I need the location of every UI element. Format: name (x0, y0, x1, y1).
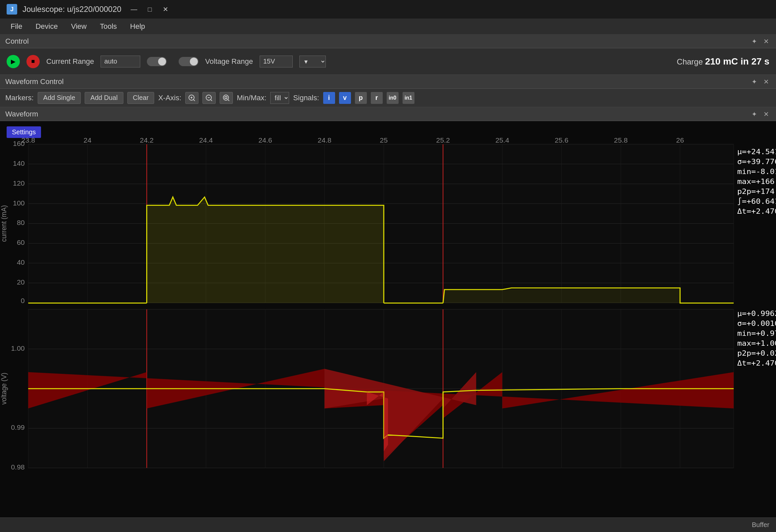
current-range-toggle[interactable] (147, 57, 167, 66)
menu-view[interactable]: View (64, 20, 93, 33)
svg-text:μ=+24.5413 mA: μ=+24.5413 mA (737, 148, 776, 156)
svg-text:μ=+0.99627 V: μ=+0.99627 V (737, 309, 776, 318)
window-title: Joulescope: u/js220/000020 (22, 5, 122, 14)
menu-help[interactable]: Help (124, 20, 152, 33)
waveform-control-pin-button[interactable]: ✦ (750, 77, 759, 86)
signal-v-button[interactable]: v (339, 92, 351, 104)
waveform-panel-controls: ✦ ✕ (750, 110, 771, 119)
chart-svg: 23.8 24 24.2 24.4 24.6 24.8 25 25.2 25.4… (0, 121, 776, 517)
svg-text:25.2: 25.2 (436, 137, 450, 144)
waveform-area[interactable]: Settings Time (seconds) (0, 121, 776, 517)
svg-text:1.00: 1.00 (11, 344, 24, 352)
svg-text:0.98: 0.98 (11, 464, 24, 471)
svg-marker-83 (443, 288, 680, 303)
svg-text:0: 0 (21, 297, 25, 304)
titlebar: J Joulescope: u/js220/000020 — □ ✕ (0, 0, 776, 18)
settings-button[interactable]: Settings (7, 126, 41, 138)
svg-text:25: 25 (380, 137, 388, 144)
svg-text:25.6: 25.6 (555, 137, 568, 144)
signal-in1-button[interactable]: in1 (403, 92, 414, 104)
svg-text:Δt=+2.47098 s: Δt=+2.47098 s (737, 207, 776, 215)
svg-text:25.4: 25.4 (496, 137, 509, 144)
zoom-out-button[interactable] (202, 92, 216, 104)
voltage-range-input[interactable] (260, 55, 293, 67)
waveform-close-button[interactable]: ✕ (761, 110, 771, 119)
svg-text:0.99: 0.99 (11, 424, 24, 431)
signals-label: Signals: (293, 94, 319, 102)
xaxis-label: X-Axis: (158, 94, 181, 102)
menu-device[interactable]: Device (29, 20, 64, 33)
svg-text:σ=+0.00100 V: σ=+0.00100 V (737, 319, 776, 328)
signal-in0-button[interactable]: in0 (387, 92, 399, 104)
svg-text:40: 40 (17, 259, 25, 266)
play-button[interactable]: ▶ (7, 55, 20, 68)
charge-value: 210 mC in 27 s (705, 56, 769, 66)
control-title: Control (5, 37, 29, 46)
buffer-label: Buffer (752, 521, 769, 529)
window-controls: — □ ✕ (127, 4, 173, 15)
svg-text:∫=+60.6413 mC: ∫=+60.6413 mC (737, 197, 776, 205)
waveform-control-panel-controls: ✦ ✕ (750, 77, 771, 86)
waveform-pin-button[interactable]: ✦ (750, 110, 759, 119)
charge-label: Charge (677, 57, 703, 66)
control-close-button[interactable]: ✕ (761, 37, 771, 46)
close-button[interactable]: ✕ (159, 4, 173, 15)
svg-text:voltage (V): voltage (V) (0, 372, 8, 404)
menubar: File Device View Tools Help (0, 18, 776, 34)
app-icon: J (7, 4, 17, 15)
svg-text:p2p=+174.061 mA: p2p=+174.061 mA (737, 187, 776, 195)
svg-text:160: 160 (13, 140, 25, 147)
current-range-input[interactable] (101, 55, 140, 67)
statusbar: Buffer (0, 517, 776, 532)
svg-text:140: 140 (13, 160, 25, 167)
add-dual-button[interactable]: Add Dual (85, 92, 123, 104)
svg-text:σ=+39.7762 mA: σ=+39.7762 mA (737, 157, 776, 165)
charge-display: Charge 210 mC in 27 s (677, 56, 769, 67)
control-panel-controls: ✦ ✕ (750, 37, 771, 46)
maximize-button[interactable]: □ (143, 4, 157, 15)
svg-text:24.2: 24.2 (140, 137, 154, 144)
minimize-button[interactable]: — (127, 4, 141, 15)
svg-text:max=+166.048 mA: max=+166.048 mA (737, 177, 776, 185)
waveform-titlebar: Waveform ✦ ✕ (0, 107, 776, 121)
markers-label: Markers: (5, 94, 34, 102)
current-range-label: Current Range (46, 57, 94, 66)
svg-point-7 (223, 95, 229, 100)
control-row: ▶ ⏸ ■ Current Range Voltage Range ▾ Char… (0, 48, 776, 75)
zoom-in-button[interactable] (185, 92, 198, 104)
menu-file[interactable]: File (4, 20, 29, 33)
svg-line-5 (211, 99, 212, 101)
waveform-control-bar: Markers: Add Single Add Dual Clear X-Axi… (0, 89, 776, 107)
signal-p-button[interactable]: p (355, 92, 367, 104)
waveform-title: Waveform (5, 110, 38, 119)
voltage-range-select[interactable]: ▾ (300, 55, 326, 67)
svg-text:min=-8.01266 mA: min=-8.01266 mA (737, 167, 776, 175)
add-single-button[interactable]: Add Single (38, 92, 81, 104)
waveform-control-close-button[interactable]: ✕ (761, 77, 771, 86)
signal-i-button[interactable]: i (323, 92, 335, 104)
control-titlebar: Control ✦ ✕ (0, 34, 776, 48)
voltage-range-label: Voltage Range (205, 57, 253, 66)
svg-text:24.6: 24.6 (258, 137, 272, 144)
control-pin-button[interactable]: ✦ (750, 37, 759, 46)
clear-button[interactable]: Clear (127, 92, 155, 104)
svg-text:120: 120 (13, 179, 25, 187)
menu-tools[interactable]: Tools (93, 20, 124, 33)
svg-text:24.4: 24.4 (199, 137, 213, 144)
svg-text:20: 20 (17, 279, 25, 286)
svg-line-1 (194, 99, 195, 101)
signal-r-button[interactable]: r (371, 92, 383, 104)
svg-text:80: 80 (17, 219, 25, 226)
svg-text:100: 100 (13, 199, 25, 206)
stop-button[interactable]: ■ (26, 55, 40, 68)
minmax-label: Min/Max: (237, 94, 266, 102)
minmax-select[interactable]: fill (270, 92, 289, 104)
waveform-control-title: Waveform Control (5, 77, 63, 86)
svg-text:26: 26 (676, 137, 684, 144)
svg-line-8 (228, 99, 229, 101)
zoom-fit-button[interactable] (220, 92, 233, 104)
svg-text:Δt=+2.47098 s: Δt=+2.47098 s (737, 359, 776, 367)
voltage-range-toggle[interactable] (179, 57, 198, 66)
svg-text:24: 24 (84, 137, 91, 144)
waveform-control-titlebar: Waveform Control ✦ ✕ (0, 75, 776, 89)
